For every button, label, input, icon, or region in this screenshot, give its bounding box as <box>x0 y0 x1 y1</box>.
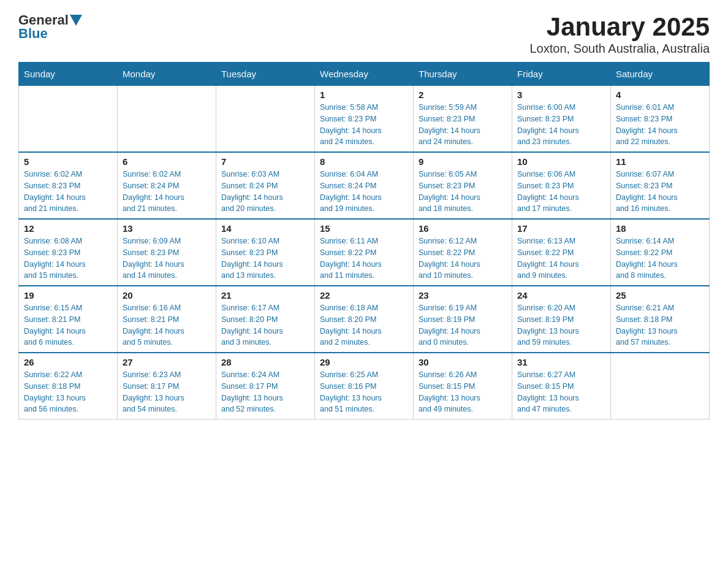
sun-info: Sunrise: 6:25 AM Sunset: 8:16 PM Dayligh… <box>320 369 408 415</box>
sun-info: Sunrise: 6:06 AM Sunset: 8:23 PM Dayligh… <box>517 169 605 215</box>
calendar-cell: 25Sunrise: 6:21 AM Sunset: 8:18 PM Dayli… <box>611 286 710 353</box>
sun-info: Sunrise: 6:02 AM Sunset: 8:23 PM Dayligh… <box>24 169 112 215</box>
calendar-cell: 11Sunrise: 6:07 AM Sunset: 8:23 PM Dayli… <box>611 152 710 219</box>
day-number: 28 <box>221 357 309 367</box>
day-number: 31 <box>517 357 605 367</box>
day-number: 21 <box>221 290 309 301</box>
logo-blue-text: Blue <box>18 26 48 42</box>
calendar-cell: 28Sunrise: 6:24 AM Sunset: 8:17 PM Dayli… <box>216 353 315 419</box>
page-title: January 2025 <box>529 12 710 42</box>
sun-info: Sunrise: 6:21 AM Sunset: 8:18 PM Dayligh… <box>616 302 704 348</box>
calendar-day-header: Saturday <box>611 63 710 86</box>
sun-info: Sunrise: 6:17 AM Sunset: 8:20 PM Dayligh… <box>221 302 309 348</box>
calendar-cell: 9Sunrise: 6:05 AM Sunset: 8:23 PM Daylig… <box>414 152 512 219</box>
day-number: 5 <box>24 156 112 167</box>
calendar-cell: 23Sunrise: 6:19 AM Sunset: 8:19 PM Dayli… <box>414 286 512 353</box>
calendar-week-row: 5Sunrise: 6:02 AM Sunset: 8:23 PM Daylig… <box>19 152 710 219</box>
sun-info: Sunrise: 6:24 AM Sunset: 8:17 PM Dayligh… <box>221 369 309 415</box>
day-number: 27 <box>123 357 211 367</box>
calendar-week-row: 26Sunrise: 6:22 AM Sunset: 8:18 PM Dayli… <box>19 353 710 419</box>
calendar-cell: 8Sunrise: 6:04 AM Sunset: 8:24 PM Daylig… <box>315 152 414 219</box>
sun-info: Sunrise: 6:04 AM Sunset: 8:24 PM Dayligh… <box>320 169 408 215</box>
calendar-cell: 19Sunrise: 6:15 AM Sunset: 8:21 PM Dayli… <box>19 286 118 353</box>
calendar-header-row: SundayMondayTuesdayWednesdayThursdayFrid… <box>19 63 710 86</box>
calendar-cell: 13Sunrise: 6:09 AM Sunset: 8:23 PM Dayli… <box>118 219 216 286</box>
calendar-cell: 26Sunrise: 6:22 AM Sunset: 8:18 PM Dayli… <box>19 353 118 419</box>
calendar-cell: 31Sunrise: 6:27 AM Sunset: 8:15 PM Dayli… <box>512 353 611 419</box>
calendar-day-header: Tuesday <box>216 63 315 86</box>
sun-info: Sunrise: 6:05 AM Sunset: 8:23 PM Dayligh… <box>419 169 507 215</box>
calendar-week-row: 19Sunrise: 6:15 AM Sunset: 8:21 PM Dayli… <box>19 286 710 353</box>
day-number: 3 <box>517 90 605 100</box>
day-number: 26 <box>24 357 112 367</box>
calendar-cell: 2Sunrise: 5:59 AM Sunset: 8:23 PM Daylig… <box>414 86 512 153</box>
calendar-cell: 1Sunrise: 5:58 AM Sunset: 8:23 PM Daylig… <box>315 86 414 153</box>
title-block: January 2025 Loxton, South Australia, Au… <box>529 12 710 56</box>
calendar-cell: 5Sunrise: 6:02 AM Sunset: 8:23 PM Daylig… <box>19 152 118 219</box>
day-number: 1 <box>320 90 408 100</box>
sun-info: Sunrise: 6:07 AM Sunset: 8:23 PM Dayligh… <box>616 169 704 215</box>
calendar-day-header: Friday <box>512 63 611 86</box>
day-number: 14 <box>221 223 309 234</box>
calendar-week-row: 1Sunrise: 5:58 AM Sunset: 8:23 PM Daylig… <box>19 86 710 153</box>
logo-triangle-icon <box>70 15 82 26</box>
day-number: 13 <box>123 223 211 234</box>
day-number: 7 <box>221 156 309 167</box>
calendar-cell: 10Sunrise: 6:06 AM Sunset: 8:23 PM Dayli… <box>512 152 611 219</box>
sun-info: Sunrise: 6:22 AM Sunset: 8:18 PM Dayligh… <box>24 369 112 415</box>
day-number: 18 <box>616 223 704 234</box>
sun-info: Sunrise: 6:01 AM Sunset: 8:23 PM Dayligh… <box>616 102 704 148</box>
day-number: 9 <box>419 156 507 167</box>
calendar-cell: 22Sunrise: 6:18 AM Sunset: 8:20 PM Dayli… <box>315 286 414 353</box>
page-header: General Blue January 2025 Loxton, South … <box>18 12 710 56</box>
calendar-cell <box>19 86 118 153</box>
calendar-cell: 17Sunrise: 6:13 AM Sunset: 8:22 PM Dayli… <box>512 219 611 286</box>
day-number: 29 <box>320 357 408 367</box>
sun-info: Sunrise: 6:19 AM Sunset: 8:19 PM Dayligh… <box>419 302 507 348</box>
calendar-day-header: Thursday <box>414 63 512 86</box>
calendar-cell: 3Sunrise: 6:00 AM Sunset: 8:23 PM Daylig… <box>512 86 611 153</box>
logo: General Blue <box>18 12 82 42</box>
calendar-cell: 7Sunrise: 6:03 AM Sunset: 8:24 PM Daylig… <box>216 152 315 219</box>
calendar-cell <box>611 353 710 419</box>
sun-info: Sunrise: 6:12 AM Sunset: 8:22 PM Dayligh… <box>419 236 507 282</box>
svg-marker-0 <box>70 15 82 26</box>
sun-info: Sunrise: 6:08 AM Sunset: 8:23 PM Dayligh… <box>24 236 112 282</box>
calendar-cell: 27Sunrise: 6:23 AM Sunset: 8:17 PM Dayli… <box>118 353 216 419</box>
calendar-cell: 24Sunrise: 6:20 AM Sunset: 8:19 PM Dayli… <box>512 286 611 353</box>
day-number: 4 <box>616 90 704 100</box>
sun-info: Sunrise: 6:10 AM Sunset: 8:23 PM Dayligh… <box>221 236 309 282</box>
sun-info: Sunrise: 6:18 AM Sunset: 8:20 PM Dayligh… <box>320 302 408 348</box>
calendar-cell: 18Sunrise: 6:14 AM Sunset: 8:22 PM Dayli… <box>611 219 710 286</box>
sun-info: Sunrise: 6:14 AM Sunset: 8:22 PM Dayligh… <box>616 236 704 282</box>
day-number: 16 <box>419 223 507 234</box>
sun-info: Sunrise: 5:58 AM Sunset: 8:23 PM Dayligh… <box>320 102 408 148</box>
day-number: 20 <box>123 290 211 301</box>
sun-info: Sunrise: 6:26 AM Sunset: 8:15 PM Dayligh… <box>419 369 507 415</box>
day-number: 19 <box>24 290 112 301</box>
day-number: 11 <box>616 156 704 167</box>
calendar-week-row: 12Sunrise: 6:08 AM Sunset: 8:23 PM Dayli… <box>19 219 710 286</box>
day-number: 17 <box>517 223 605 234</box>
calendar-cell: 12Sunrise: 6:08 AM Sunset: 8:23 PM Dayli… <box>19 219 118 286</box>
sun-info: Sunrise: 6:27 AM Sunset: 8:15 PM Dayligh… <box>517 369 605 415</box>
sun-info: Sunrise: 6:13 AM Sunset: 8:22 PM Dayligh… <box>517 236 605 282</box>
calendar-cell: 21Sunrise: 6:17 AM Sunset: 8:20 PM Dayli… <box>216 286 315 353</box>
day-number: 6 <box>123 156 211 167</box>
day-number: 12 <box>24 223 112 234</box>
calendar-cell <box>216 86 315 153</box>
day-number: 30 <box>419 357 507 367</box>
calendar-cell: 30Sunrise: 6:26 AM Sunset: 8:15 PM Dayli… <box>414 353 512 419</box>
sun-info: Sunrise: 6:23 AM Sunset: 8:17 PM Dayligh… <box>123 369 211 415</box>
calendar-table: SundayMondayTuesdayWednesdayThursdayFrid… <box>18 62 710 419</box>
calendar-cell: 20Sunrise: 6:16 AM Sunset: 8:21 PM Dayli… <box>118 286 216 353</box>
calendar-day-header: Monday <box>118 63 216 86</box>
day-number: 2 <box>419 90 507 100</box>
calendar-cell: 15Sunrise: 6:11 AM Sunset: 8:22 PM Dayli… <box>315 219 414 286</box>
sun-info: Sunrise: 6:00 AM Sunset: 8:23 PM Dayligh… <box>517 102 605 148</box>
day-number: 15 <box>320 223 408 234</box>
sun-info: Sunrise: 6:20 AM Sunset: 8:19 PM Dayligh… <box>517 302 605 348</box>
sun-info: Sunrise: 6:02 AM Sunset: 8:24 PM Dayligh… <box>123 169 211 215</box>
calendar-cell <box>118 86 216 153</box>
page-subtitle: Loxton, South Australia, Australia <box>529 42 710 56</box>
